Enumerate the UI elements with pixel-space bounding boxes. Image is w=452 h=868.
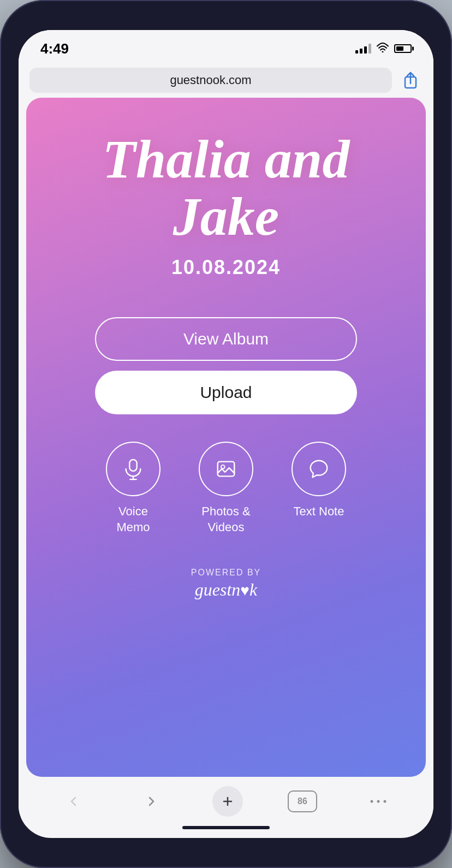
back-button[interactable]: [57, 785, 90, 818]
share-button[interactable]: [399, 68, 423, 92]
guestnook-brand: guestn♥k: [195, 580, 257, 600]
svg-point-0: [382, 51, 384, 52]
battery-icon: [394, 44, 412, 53]
microphone-icon: [122, 457, 145, 480]
more-button[interactable]: [362, 785, 395, 818]
view-album-button[interactable]: View Album: [95, 317, 357, 361]
status-time: 4:49: [40, 40, 69, 57]
chat-icon: [307, 457, 330, 480]
forward-button[interactable]: [135, 785, 168, 818]
couple-name: Thalia and Jake: [43, 130, 409, 245]
main-content: Thalia and Jake 10.08.2024 View Album Up…: [26, 98, 426, 777]
svg-point-7: [371, 800, 373, 803]
voice-memo-label: VoiceMemo: [116, 504, 150, 535]
svg-point-6: [221, 465, 225, 469]
powered-by-text: POWERED BY: [191, 568, 261, 578]
photos-videos-item[interactable]: Photos &Videos: [191, 442, 261, 535]
text-note-circle: [292, 442, 346, 496]
tabs-count: 86: [298, 796, 307, 806]
svg-point-9: [384, 800, 386, 803]
powered-by: POWERED BY guestn♥k: [191, 568, 261, 600]
action-icons: VoiceMemo Photos &Videos: [98, 442, 354, 535]
browser-nav: 86: [19, 777, 433, 826]
url-text: guestnook.com: [170, 73, 251, 87]
photos-videos-circle: [199, 442, 253, 496]
wifi-icon: [377, 43, 389, 55]
text-note-label: Text Note: [294, 504, 344, 520]
svg-rect-5: [218, 462, 235, 477]
phone-frame: 4:49: [0, 0, 452, 868]
voice-memo-circle: [106, 442, 160, 496]
svg-point-8: [377, 800, 380, 803]
wedding-date: 10.08.2024: [171, 256, 281, 279]
status-bar: 4:49: [19, 30, 433, 63]
browser-bar: guestnook.com: [19, 63, 433, 98]
image-icon: [215, 457, 237, 480]
upload-button[interactable]: Upload: [95, 371, 357, 414]
home-indicator: [182, 826, 270, 829]
phone-screen: 4:49: [19, 30, 433, 838]
status-icons: [355, 43, 412, 55]
signal-icon: [355, 44, 371, 53]
tabs-button[interactable]: 86: [288, 790, 317, 812]
svg-rect-2: [129, 460, 136, 471]
voice-memo-item[interactable]: VoiceMemo: [98, 442, 169, 535]
photos-videos-label: Photos &Videos: [201, 504, 250, 535]
url-bar[interactable]: guestnook.com: [29, 68, 392, 93]
text-note-item[interactable]: Text Note: [283, 442, 354, 520]
new-tab-button[interactable]: [212, 786, 243, 817]
